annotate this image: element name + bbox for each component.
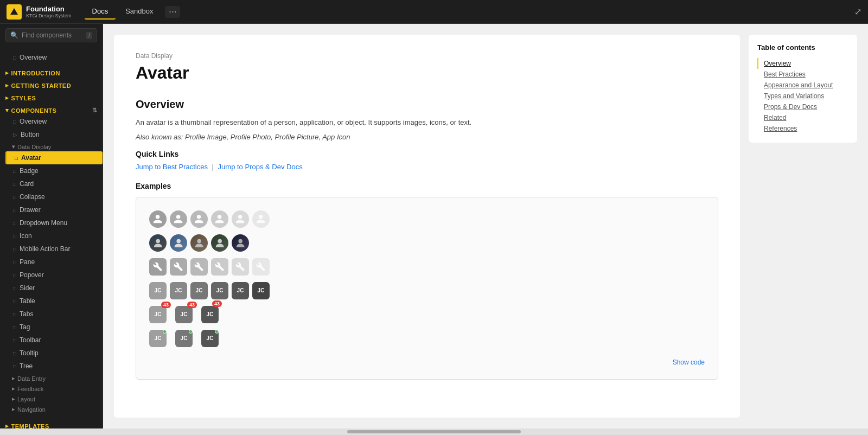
section-arrow-components: ▾ bbox=[5, 107, 9, 114]
sidebar-item-popover[interactable]: □ Popover bbox=[5, 268, 103, 282]
sidebar-item-pane[interactable]: □ Pane bbox=[5, 255, 103, 268]
quick-link-best-practices[interactable]: Jump to Best Practices bbox=[136, 163, 208, 171]
sidebar-item-badge[interactable]: □ Badge bbox=[5, 164, 103, 177]
badge-count-3: 43 bbox=[212, 300, 222, 307]
avatar-user-icon-5 bbox=[232, 210, 249, 228]
mobile-icon: □ bbox=[13, 246, 16, 252]
avatar-badge-wrapper-2: 43 JC bbox=[175, 306, 193, 323]
show-code-bar: Show code bbox=[149, 354, 705, 366]
section-arrow-templates: ▸ bbox=[5, 423, 9, 428]
tab-sandbox[interactable]: Sandbox bbox=[118, 4, 161, 20]
sidebar-item-sider[interactable]: □ Sider bbox=[5, 282, 103, 295]
svg-point-5 bbox=[238, 239, 242, 242]
tooltip-icon: □ bbox=[13, 350, 16, 356]
avatar-badge-1: JC bbox=[149, 306, 167, 323]
dropdown-icon: □ bbox=[13, 220, 16, 226]
sidebar-item-icon[interactable]: □ Icon bbox=[5, 229, 103, 242]
avatar-icon-2 bbox=[170, 258, 187, 276]
avatar-text-4: JC bbox=[211, 282, 228, 299]
section-label-components[interactable]: ▾ COMPONENTS ⇅ bbox=[5, 107, 97, 114]
quick-link-separator: | bbox=[212, 163, 214, 171]
avatar-row-icon-avatars bbox=[149, 258, 705, 276]
search-shortcut: / bbox=[86, 32, 92, 39]
toc-box: Table of contents Overview Best Practice… bbox=[749, 35, 857, 143]
sidebar-item-overview[interactable]: □ Overview bbox=[5, 115, 103, 128]
quick-link-dev-docs[interactable]: Jump to Props & Dev Docs bbox=[218, 163, 303, 171]
sidebar-group-data-display[interactable]: ▾ Data Display bbox=[5, 141, 103, 151]
group-arrow-layout: ▸ bbox=[12, 395, 15, 402]
sidebar-item-tree[interactable]: □ Tree bbox=[5, 360, 103, 373]
avatar-row-user-icons bbox=[149, 210, 705, 228]
sidebar-section-introduction: ▸ INTRODUCTION bbox=[0, 65, 103, 78]
sidebar-section-components: ▾ COMPONENTS ⇅ bbox=[0, 103, 103, 115]
avatar-row-text: JC JC JC JC JC JC bbox=[149, 282, 705, 299]
sidebar-item-drawer[interactable]: □ Drawer bbox=[5, 203, 103, 216]
toc-item-types[interactable]: Types and Variations bbox=[757, 91, 848, 101]
sidebar-item-welcome[interactable]: □ Overview bbox=[5, 51, 97, 64]
components-sort-icon: ⇅ bbox=[92, 107, 98, 114]
section-label-introduction[interactable]: ▸ INTRODUCTION bbox=[5, 69, 97, 76]
toc-item-best-practices[interactable]: Best Practices bbox=[757, 69, 848, 80]
card-icon: □ bbox=[13, 181, 16, 187]
drawer-icon: □ bbox=[13, 207, 16, 213]
avatar-badge-3: JC bbox=[201, 306, 219, 323]
welcome-icon: □ bbox=[13, 55, 16, 61]
sidebar-item-table[interactable]: □ Table bbox=[5, 295, 103, 308]
sidebar-item-avatar[interactable]: □ Avatar bbox=[5, 151, 103, 164]
sidebar-item-tooltip[interactable]: □ Tooltip bbox=[5, 347, 103, 360]
toc-item-overview[interactable]: Overview bbox=[757, 58, 848, 69]
sidebar-item-card[interactable]: □ Card bbox=[5, 177, 103, 190]
sidebar-item-mobile-action-bar[interactable]: □ Mobile Action Bar bbox=[5, 242, 103, 255]
sidebar-group-data-entry[interactable]: ▸ Data Entry bbox=[5, 373, 103, 383]
toc-item-related[interactable]: Related bbox=[757, 112, 848, 123]
main-layout: 🔍 Find components / □ Overview ▸ INTRODU… bbox=[0, 24, 868, 428]
sidebar-item-collapse[interactable]: □ Collapse bbox=[5, 190, 103, 203]
badge-count-1: 43 bbox=[161, 302, 171, 308]
sidebar-item-button[interactable]: ▷ Button bbox=[5, 128, 103, 141]
avatar-dot-wrapper-1: JC bbox=[149, 330, 167, 347]
popover-icon: □ bbox=[13, 272, 16, 278]
sider-icon: □ bbox=[13, 285, 16, 291]
sidebar-group-layout[interactable]: ▸ Layout bbox=[5, 393, 103, 404]
sidebar-item-tabs[interactable]: □ Tabs bbox=[5, 308, 103, 321]
sidebar-item-tag[interactable]: □ Tag bbox=[5, 321, 103, 334]
section-label-styles[interactable]: ▸ STYLES bbox=[5, 94, 97, 101]
sidebar-item-toolbar[interactable]: □ Toolbar bbox=[5, 334, 103, 347]
content-area: Data Display Avatar Overview An avatar i… bbox=[103, 24, 868, 428]
sidebar-item-dropdown-menu[interactable]: □ Dropdown Menu bbox=[5, 216, 103, 229]
sidebar: 🔍 Find components / □ Overview ▸ INTRODU… bbox=[0, 24, 103, 428]
examples-box: JC JC JC JC JC JC 43 JC 43 JC bbox=[136, 197, 718, 380]
logo-text: Foundation KTGi Design System bbox=[26, 5, 72, 19]
page-title: Avatar bbox=[136, 63, 718, 83]
expand-icon[interactable]: ⤢ bbox=[854, 7, 861, 17]
section-label-getting-started[interactable]: ▸ GETTING STARTED bbox=[5, 82, 97, 89]
avatar-row-photos bbox=[149, 234, 705, 252]
tabs-icon: □ bbox=[13, 311, 16, 317]
tab-docs[interactable]: Docs bbox=[85, 4, 116, 20]
scrollbar-thumb[interactable] bbox=[347, 430, 521, 433]
show-code-button[interactable]: Show code bbox=[673, 359, 705, 366]
toc-item-references[interactable]: References bbox=[757, 123, 848, 134]
sidebar-group-navigation[interactable]: ▸ Navigation bbox=[5, 404, 103, 414]
avatar-photo-4 bbox=[211, 234, 228, 252]
sidebar-section-templates: ▸ TEMPLATES bbox=[0, 418, 103, 428]
more-button[interactable]: ··· bbox=[165, 6, 180, 18]
sidebar-group-feedback[interactable]: ▸ Feedback bbox=[5, 383, 103, 393]
sidebar-label-welcome: Overview bbox=[20, 54, 47, 61]
breadcrumb: Data Display bbox=[136, 52, 718, 60]
search-icon: 🔍 bbox=[10, 31, 18, 39]
avatar-dot-wrapper-2: JC bbox=[175, 330, 193, 347]
table-icon: □ bbox=[13, 298, 16, 304]
toc-item-appearance[interactable]: Appearance and Layout bbox=[757, 80, 848, 91]
avatar-icon: □ bbox=[15, 155, 18, 161]
search-input[interactable]: 🔍 Find components / bbox=[5, 28, 97, 42]
tag-icon: □ bbox=[13, 324, 16, 330]
logo[interactable]: Foundation KTGi Design System bbox=[7, 4, 72, 20]
avatar-text-3: JC bbox=[190, 282, 208, 299]
svg-point-3 bbox=[197, 239, 201, 242]
examples-title: Examples bbox=[136, 182, 718, 190]
toc-item-props[interactable]: Props & Dev Docs bbox=[757, 101, 848, 112]
section-label-templates[interactable]: ▸ TEMPLATES bbox=[5, 423, 97, 428]
avatar-photo-5 bbox=[232, 234, 249, 252]
logo-icon bbox=[7, 4, 22, 20]
